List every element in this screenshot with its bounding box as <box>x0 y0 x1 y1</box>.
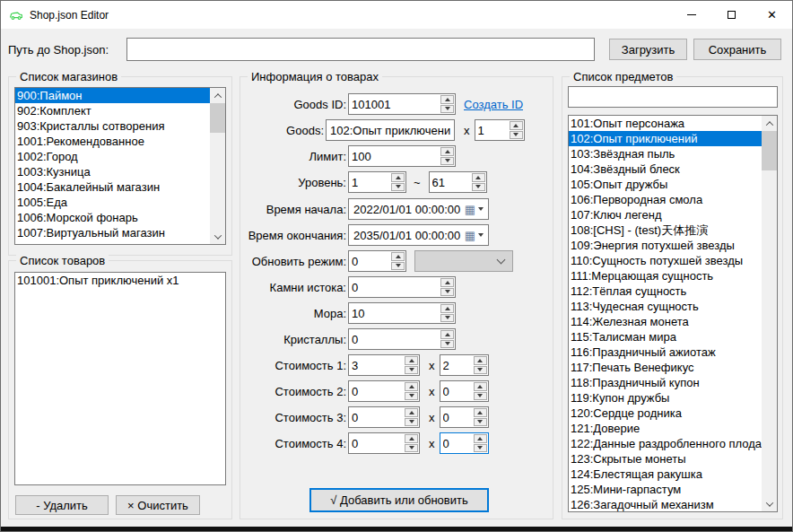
spin-up-button[interactable] <box>440 95 454 104</box>
dropdown-arrow-icon[interactable] <box>478 233 484 237</box>
dropdown-arrow-icon[interactable] <box>478 207 484 211</box>
list-item[interactable]: 902:Комплект <box>15 103 210 118</box>
spin-down-button[interactable] <box>474 418 487 427</box>
items-scrollbar[interactable] <box>762 116 777 511</box>
spin-up-button[interactable] <box>474 382 487 391</box>
level-min-spinner[interactable] <box>348 171 406 193</box>
refresh-mode-input[interactable] <box>349 251 390 271</box>
goods-id-spinner[interactable] <box>348 93 456 115</box>
maximize-button[interactable] <box>711 1 752 29</box>
list-item[interactable]: 1006:Морской фонарь <box>15 210 210 225</box>
spin-down-button[interactable] <box>405 444 418 453</box>
spin-up-button[interactable] <box>440 278 454 287</box>
add-or-update-button[interactable]: √ Добавить или обновить <box>309 488 489 512</box>
list-item[interactable]: 900:Паймон <box>15 88 210 103</box>
list-item[interactable]: 101:Опыт персонажа <box>569 116 762 131</box>
spin-up-button[interactable] <box>405 382 418 391</box>
scroll-up-icon[interactable] <box>210 88 225 103</box>
spin-down-button[interactable] <box>440 288 454 297</box>
goods-id-input[interactable] <box>349 94 440 114</box>
cost1-id-spinner[interactable] <box>348 354 420 376</box>
primogems-spinner[interactable] <box>348 276 456 298</box>
spin-up-button[interactable] <box>472 173 485 182</box>
level-min-input[interactable] <box>349 172 390 192</box>
scroll-thumb[interactable] <box>210 103 225 133</box>
shops-scrollbar[interactable] <box>210 88 225 244</box>
spin-up-button[interactable] <box>391 173 405 182</box>
goods-count-spinner[interactable] <box>475 119 525 141</box>
spin-up-button[interactable] <box>405 356 418 365</box>
list-item[interactable]: 104:Звёздный блеск <box>569 161 762 177</box>
list-item[interactable]: 119:Купон дружбы <box>569 390 762 406</box>
spin-down-button[interactable] <box>474 392 487 401</box>
spin-down-button[interactable] <box>440 314 454 323</box>
cost1-id-input[interactable] <box>349 355 404 375</box>
refresh-mode-combobox[interactable] <box>414 250 513 272</box>
cost3-count-input[interactable] <box>440 407 473 427</box>
spin-down-button[interactable] <box>510 131 523 140</box>
list-item[interactable]: 110:Сущность потухшей звезды <box>569 253 762 268</box>
spin-down-button[interactable] <box>405 392 418 401</box>
mora-spinner[interactable] <box>348 302 456 324</box>
spin-up-button[interactable] <box>474 356 487 365</box>
list-item[interactable]: 102:Опыт приключений <box>569 131 762 146</box>
refresh-mode-spinner[interactable] <box>348 250 406 272</box>
spin-up-button[interactable] <box>510 121 523 130</box>
minimize-button[interactable] <box>671 1 711 29</box>
list-item[interactable]: 126:Загадочный механизм <box>569 497 762 512</box>
crystals-input[interactable] <box>349 329 440 349</box>
list-item[interactable]: 113:Чудесная сущность <box>569 299 762 314</box>
list-item[interactable]: 1002:Город <box>15 149 210 164</box>
cost4-id-spinner[interactable] <box>348 432 420 454</box>
spin-up-button[interactable] <box>391 252 405 261</box>
list-item[interactable]: 1007:Виртуальный магазин <box>15 225 210 240</box>
cost2-count-spinner[interactable] <box>440 380 489 402</box>
level-max-spinner[interactable] <box>429 171 487 193</box>
crystals-spinner[interactable] <box>348 328 456 350</box>
cost1-count-input[interactable] <box>440 355 473 375</box>
cost4-id-input[interactable] <box>349 433 404 453</box>
list-item[interactable]: 114:Железная монета <box>569 314 762 329</box>
save-button[interactable]: Сохранить <box>693 39 781 60</box>
list-item[interactable]: 112:Тёплая сущность <box>569 283 762 299</box>
spin-down-button[interactable] <box>440 157 454 166</box>
end-time-picker[interactable]: 2035/01/01 00:00:00 ▦ <box>348 224 489 246</box>
list-item[interactable]: 109:Энергия потухшей звезды <box>569 238 762 253</box>
list-item[interactable]: 116:Праздничный ажиотаж <box>569 344 762 360</box>
close-button[interactable]: ✕ <box>752 1 792 29</box>
goods-count-input[interactable] <box>475 120 509 140</box>
list-item[interactable]: 108:[CHS] - (test)天体推演 <box>569 222 762 238</box>
spin-up-button[interactable] <box>440 330 454 339</box>
list-item[interactable]: 903:Кристаллы сотворения <box>15 118 210 134</box>
spin-down-button[interactable] <box>474 366 487 375</box>
list-item[interactable]: 1001:Рекомендованное <box>15 134 210 149</box>
list-item[interactable]: 105:Опыт дружбы <box>569 177 762 192</box>
list-item[interactable]: 118:Праздничный купон <box>569 375 762 390</box>
create-id-link[interactable]: Создать ID <box>464 98 523 111</box>
list-item[interactable]: 122:Данные раздробленного плода <box>569 436 762 451</box>
list-item[interactable]: 103:Звёздная пыль <box>569 146 762 161</box>
begin-time-picker[interactable]: 2022/01/01 00:00:00 ▦ <box>348 198 489 220</box>
shops-list[interactable]: 900:Паймон902:Комплект903:Кристаллы сотв… <box>14 87 226 245</box>
spin-down-button[interactable] <box>474 444 487 453</box>
spin-up-button[interactable] <box>474 434 487 443</box>
spin-up-button[interactable] <box>405 408 418 417</box>
list-item[interactable]: 123:Скрытые монеты <box>569 451 762 467</box>
list-item[interactable]: 106:Первородная смола <box>569 192 762 207</box>
load-button[interactable]: Загрузить <box>609 39 687 60</box>
list-item[interactable]: 101001:Опыт приключений x1 <box>15 273 225 288</box>
spin-up-button[interactable] <box>440 304 454 313</box>
scroll-down-icon[interactable] <box>762 496 777 511</box>
clear-goods-button[interactable]: × Очистить <box>116 495 200 515</box>
title-bar[interactable]: Shop.json Editor ✕ <box>1 1 792 29</box>
limit-spinner[interactable] <box>348 145 456 167</box>
cost3-id-spinner[interactable] <box>348 406 420 428</box>
cost2-count-input[interactable] <box>440 381 473 401</box>
spin-down-button[interactable] <box>472 183 485 192</box>
list-item[interactable]: 117:Печать Венефикус <box>569 360 762 375</box>
cost1-count-spinner[interactable] <box>440 354 489 376</box>
primogems-input[interactable] <box>349 277 440 297</box>
scroll-thumb[interactable] <box>762 131 777 170</box>
list-item[interactable]: 1003:Кузница <box>15 164 210 179</box>
cart-list[interactable]: 101001:Опыт приключений x1 <box>14 272 226 485</box>
